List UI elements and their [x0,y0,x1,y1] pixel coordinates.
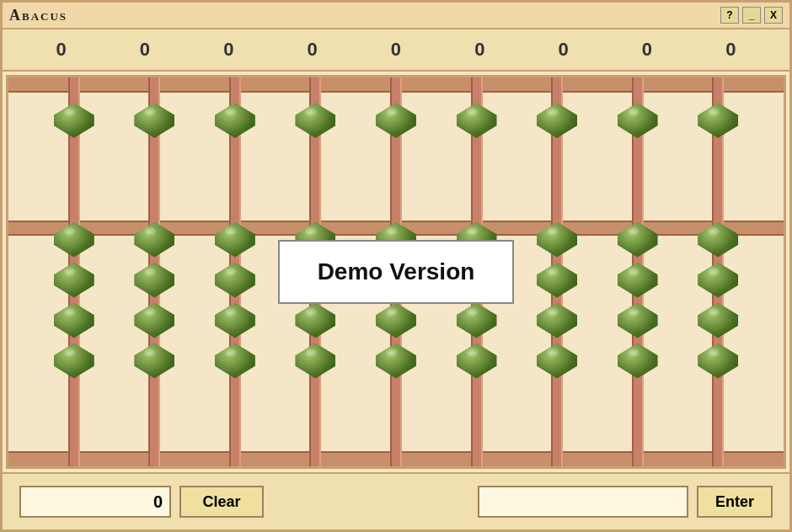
top-beads-col-2 [213,93,257,214]
top-beads-col-6 [535,93,579,214]
demo-text: Demo Version [318,258,475,285]
bottom-beads-col-1 [132,214,176,452]
bottom-beads-col-0 [52,214,96,452]
bead-bottom-col-1-row-3[interactable] [132,342,176,380]
digit-6: 0 [538,39,589,61]
bead-bottom-col-4-row-2[interactable] [374,301,418,340]
bead-bottom-col-6-row-3[interactable] [535,342,579,380]
bottom-beads-col-8 [696,214,740,452]
bead-bottom-col-3-row-3[interactable] [293,342,337,380]
current-value: 0 [153,492,163,512]
bead-top-col-5[interactable] [455,101,499,140]
bead-bottom-col-8-row-0[interactable] [696,221,740,259]
bead-column-8 [693,93,743,451]
bead-top-col-1[interactable] [132,101,176,140]
bead-bottom-col-6-row-1[interactable] [535,261,579,300]
bead-top-col-2[interactable] [213,101,257,140]
bottom-bar: 0 Clear Enter [3,472,789,529]
bead-top-col-6[interactable] [535,101,579,140]
top-beads-col-3 [293,93,337,214]
bead-bottom-col-0-row-3[interactable] [52,342,96,380]
digit-2: 0 [203,39,254,61]
minimize-button[interactable]: _ [742,7,761,24]
close-button[interactable]: X [764,7,783,24]
bead-top-col-4[interactable] [374,101,418,140]
clear-button[interactable]: Clear [179,486,264,518]
bead-bottom-col-2-row-3[interactable] [213,342,257,380]
bead-bottom-col-0-row-1[interactable] [52,261,96,300]
bead-bottom-col-0-row-0[interactable] [52,221,96,259]
bead-bottom-col-4-row-3[interactable] [374,342,418,380]
abacus-area: Demo Version [6,75,786,469]
top-beads-col-8 [696,93,740,214]
bead-bottom-col-2-row-1[interactable] [213,261,257,300]
bottom-beads-col-6 [535,214,579,452]
bead-top-col-0[interactable] [52,101,96,140]
bead-bottom-col-1-row-2[interactable] [132,301,176,340]
bead-bottom-col-5-row-2[interactable] [455,301,499,340]
bead-bottom-col-7-row-2[interactable] [616,301,660,340]
title-bar: Abacus ? _ X [3,3,789,29]
top-beads-col-1 [132,93,176,214]
bead-bottom-col-7-row-1[interactable] [616,261,660,300]
top-beads-col-4 [374,93,418,214]
digit-0: 0 [36,39,87,61]
enter-button[interactable]: Enter [697,486,773,518]
bead-column-7 [613,93,663,451]
bead-bottom-col-7-row-3[interactable] [616,342,660,380]
digit-5: 0 [454,39,505,61]
bead-column-2 [210,93,260,451]
numbers-row: 0 0 0 0 0 0 0 0 0 [3,29,789,72]
demo-overlay: Demo Version [278,240,514,304]
digit-7: 0 [622,39,672,61]
bead-bottom-col-8-row-3[interactable] [696,342,740,380]
bead-bottom-col-8-row-2[interactable] [696,301,740,340]
top-beads-col-5 [455,93,499,214]
bead-bottom-col-7-row-0[interactable] [616,221,660,259]
bead-top-col-3[interactable] [293,101,337,140]
bead-column-0 [49,93,99,451]
digit-4: 0 [371,39,421,61]
help-button[interactable]: ? [720,7,739,24]
bead-top-col-7[interactable] [616,101,660,140]
bead-bottom-col-6-row-2[interactable] [535,301,579,340]
bead-bottom-col-0-row-2[interactable] [52,301,96,340]
bead-column-1 [129,93,179,451]
bead-top-col-8[interactable] [696,101,740,140]
digit-3: 0 [287,39,338,61]
window-controls: ? _ X [720,7,783,24]
bead-bottom-col-8-row-1[interactable] [696,261,740,300]
main-window: Abacus ? _ X 0 0 0 0 0 0 0 0 0 [0,0,792,532]
app-title: Abacus [9,7,67,24]
bead-bottom-col-1-row-0[interactable] [132,221,176,259]
top-beads-col-0 [52,93,96,214]
bottom-beads-col-7 [616,214,660,452]
top-beads-col-7 [616,93,660,214]
bead-bottom-col-2-row-2[interactable] [213,301,257,340]
digit-1: 0 [120,39,170,61]
value-display: 0 [19,486,171,518]
digit-8: 0 [705,39,756,61]
bead-column-6 [532,93,582,451]
bead-bottom-col-6-row-0[interactable] [535,221,579,259]
bead-bottom-col-2-row-0[interactable] [213,221,257,259]
bead-bottom-col-3-row-2[interactable] [293,301,337,340]
bead-bottom-col-5-row-3[interactable] [455,342,499,380]
input-field[interactable] [478,486,688,518]
bottom-beads-col-2 [213,214,257,452]
bead-bottom-col-1-row-1[interactable] [132,261,176,300]
